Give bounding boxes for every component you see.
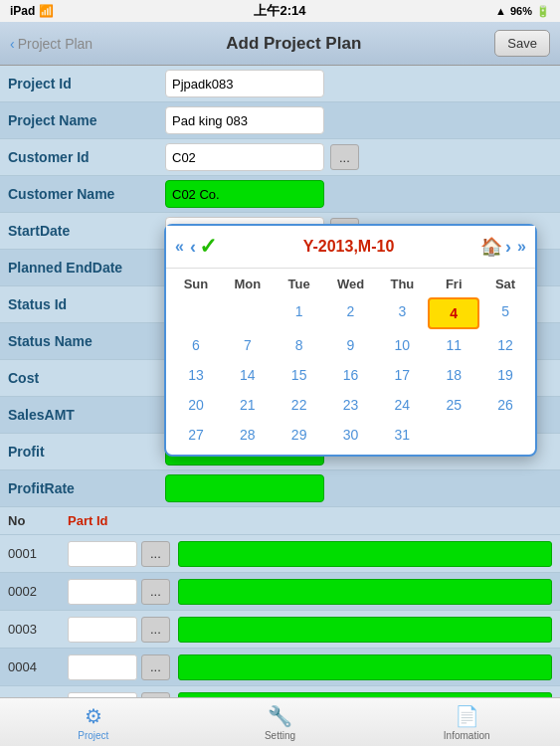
cal-next-month-button[interactable]: › — [502, 237, 514, 258]
cal-prev-month-button[interactable]: ‹ — [187, 237, 199, 258]
form-input-wrap — [159, 176, 560, 212]
form-input[interactable] — [165, 106, 324, 134]
form-input-wrap: ... — [159, 139, 560, 175]
tab-project[interactable]: ⚙Project — [0, 704, 187, 741]
form-input-wrap — [159, 66, 560, 101]
project-icon: ⚙ — [85, 704, 102, 728]
calendar-day[interactable]: 8 — [274, 331, 325, 359]
form-row: Customer Name — [0, 176, 560, 213]
parts-row: 0003... — [0, 611, 560, 649]
parts-col-no-label: No — [8, 513, 68, 528]
cal-day-name: Thu — [376, 273, 428, 295]
form-label: Profit — [0, 438, 159, 466]
calendar-day[interactable]: 21 — [222, 391, 274, 419]
calendar-grid: SunMonTueWedThuFriSat 123456789101112131… — [166, 269, 535, 455]
page-title: Add Project Plan — [226, 34, 361, 54]
tab-setting[interactable]: 🔧Setting — [187, 704, 374, 741]
calendar-week: 6789101112 — [170, 331, 531, 359]
parts-row-no: 0001 — [8, 546, 60, 561]
information-tab-label: Infomation — [444, 730, 490, 741]
parts-dots-button[interactable]: ... — [141, 654, 170, 680]
form-label: Project Name — [0, 106, 159, 134]
parts-dots-button[interactable]: ... — [141, 617, 170, 643]
calendar-day-empty — [428, 421, 479, 449]
form-dots-button[interactable]: ... — [330, 144, 359, 170]
parts-input-wrap: ... — [68, 579, 170, 605]
parts-dots-button[interactable]: ... — [141, 579, 170, 605]
save-button[interactable]: Save — [494, 30, 550, 57]
parts-row-no: 0002 — [8, 584, 60, 599]
parts-green-bar — [178, 654, 552, 680]
parts-row: 0002... — [0, 573, 560, 611]
calendar-day[interactable]: 1 — [274, 297, 325, 329]
form-label: SalesAMT — [0, 401, 159, 429]
calendar-day[interactable]: 4 — [428, 297, 479, 329]
parts-col-id-label: Part Id — [68, 513, 107, 528]
battery-percent: 96% — [510, 5, 532, 17]
form-input[interactable] — [165, 474, 324, 502]
form-label: Cost — [0, 364, 159, 392]
project-tab-label: Project — [78, 730, 108, 741]
cal-day-name: Fri — [428, 273, 479, 295]
back-button[interactable]: ‹ Project Plan — [10, 36, 93, 52]
calendar-day[interactable]: 22 — [274, 391, 325, 419]
calendar-day[interactable]: 9 — [325, 331, 377, 359]
form-input[interactable] — [165, 143, 324, 171]
calendar-day[interactable]: 3 — [376, 297, 428, 329]
status-bar-left: iPad 📶 — [10, 4, 54, 18]
calendar-day[interactable]: 23 — [325, 391, 377, 419]
setting-icon: 🔧 — [268, 704, 292, 728]
calendar-day[interactable]: 29 — [274, 421, 325, 449]
calendar-day[interactable]: 6 — [170, 331, 222, 359]
calendar-day[interactable]: 13 — [170, 361, 222, 389]
form-input-wrap — [159, 470, 560, 506]
calendar-day[interactable]: 25 — [428, 391, 479, 419]
calendar-week: 20212223242526 — [170, 391, 531, 419]
calendar-day[interactable]: 31 — [376, 421, 428, 449]
cal-day-name: Sat — [479, 273, 531, 295]
status-bar: iPad 📶 上午2:14 ▲ 96% 🔋 — [0, 0, 560, 22]
cal-next-year-button[interactable]: » — [514, 238, 529, 256]
calendar-day[interactable]: 14 — [222, 361, 274, 389]
calendar-day[interactable]: 16 — [325, 361, 377, 389]
parts-green-bar — [178, 617, 552, 643]
calendar-day[interactable]: 28 — [222, 421, 274, 449]
form-row: Customer Id... — [0, 139, 560, 176]
calendar-day[interactable]: 20 — [170, 391, 222, 419]
calendar-day[interactable]: 11 — [428, 331, 479, 359]
parts-id-input[interactable] — [68, 541, 137, 567]
calendar-day[interactable]: 19 — [479, 361, 531, 389]
form-label: Customer Name — [0, 180, 159, 208]
parts-id-input[interactable] — [68, 579, 137, 605]
parts-input-wrap: ... — [68, 617, 170, 643]
form-label: Project Id — [0, 70, 159, 97]
cal-home-button[interactable]: 🏠 — [480, 236, 502, 258]
calendar-day[interactable]: 24 — [376, 391, 428, 419]
cal-prev-year-button[interactable]: « — [172, 238, 187, 256]
calendar-day[interactable]: 12 — [479, 331, 531, 359]
calendar-day[interactable]: 18 — [428, 361, 479, 389]
calendar-day[interactable]: 15 — [274, 361, 325, 389]
form-input[interactable] — [165, 180, 324, 208]
tab-information[interactable]: 📄Infomation — [373, 704, 560, 741]
cal-check-icon: ✓ — [199, 234, 217, 260]
calendar-day[interactable]: 5 — [479, 297, 531, 329]
calendar-day[interactable]: 30 — [325, 421, 377, 449]
calendar-day[interactable]: 27 — [170, 421, 222, 449]
setting-tab-label: Setting — [265, 730, 295, 741]
back-chevron-icon: ‹ — [10, 36, 15, 52]
cal-day-name: Sun — [170, 273, 222, 295]
parts-dots-button[interactable]: ... — [141, 541, 170, 567]
calendar-day[interactable]: 17 — [376, 361, 428, 389]
parts-id-input[interactable] — [68, 654, 137, 680]
calendar-day[interactable]: 10 — [376, 331, 428, 359]
calendar-day[interactable]: 7 — [222, 331, 274, 359]
form-input[interactable] — [165, 70, 324, 97]
calendar-day[interactable]: 2 — [325, 297, 377, 329]
parts-id-input[interactable] — [68, 617, 137, 643]
calendar-header: « ‹ ✓ Y-2013,M-10 🏠 › » — [166, 226, 535, 269]
form-input-wrap — [159, 102, 560, 138]
calendar-day-names: SunMonTueWedThuFriSat — [170, 273, 531, 295]
calendar-day[interactable]: 26 — [479, 391, 531, 419]
parts-green-bar — [178, 541, 552, 567]
